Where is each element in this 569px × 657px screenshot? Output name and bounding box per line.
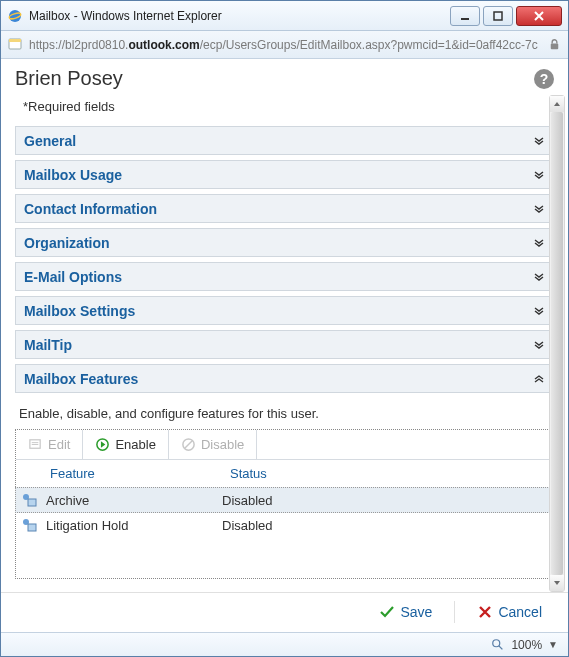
address-bar: https://bl2prd0810.outlook.com/ecp/Users… — [1, 31, 568, 59]
section-email-options[interactable]: E-Mail Options — [15, 262, 554, 291]
row-spacer — [16, 538, 553, 578]
features-table-head: Feature Status — [16, 460, 553, 488]
row-feature: Litigation Hold — [42, 518, 222, 533]
footer-divider — [454, 601, 455, 623]
zoom-dropdown-icon[interactable]: ▼ — [548, 639, 558, 650]
disable-label: Disable — [201, 437, 244, 452]
ie-icon — [7, 8, 23, 24]
scroll-area: *Required fields General Mailbox Usage C… — [1, 95, 568, 592]
table-row[interactable]: Litigation Hold Disabled — [16, 512, 553, 538]
chevron-down-icon — [533, 305, 545, 317]
row-status: Disabled — [222, 518, 549, 533]
section-label: Organization — [24, 235, 533, 251]
section-label: Contact Information — [24, 201, 533, 217]
chevron-down-icon — [533, 203, 545, 215]
page-content: Brien Posey ? *Required fields General M… — [1, 59, 568, 656]
scroll-down-arrow[interactable] — [550, 575, 564, 591]
features-intro: Enable, disable, and configure features … — [15, 404, 554, 429]
section-organization[interactable]: Organization — [15, 228, 554, 257]
enable-button[interactable]: Enable — [83, 430, 168, 459]
svg-line-12 — [185, 441, 193, 449]
section-contact-information[interactable]: Contact Information — [15, 194, 554, 223]
address-text[interactable]: https://bl2prd0810.outlook.com/ecp/Users… — [29, 38, 541, 52]
svg-rect-6 — [551, 44, 559, 50]
chevron-down-icon — [533, 339, 545, 351]
edit-label: Edit — [48, 437, 70, 452]
chevron-down-icon — [533, 271, 545, 283]
features-panel: Edit Enable Disable Feature Sta — [15, 429, 554, 579]
check-icon — [379, 604, 395, 620]
dialog-footer: Save Cancel — [1, 592, 568, 630]
chevron-down-icon — [533, 135, 545, 147]
zoom-level[interactable]: 100% — [511, 638, 542, 652]
window-controls — [447, 6, 562, 26]
section-mailbox-usage[interactable]: Mailbox Usage — [15, 160, 554, 189]
chevron-down-icon — [533, 169, 545, 181]
status-bar: 100% ▼ — [1, 632, 568, 656]
section-label: E-Mail Options — [24, 269, 533, 285]
required-fields-label: *Required fields — [15, 95, 554, 126]
edit-button[interactable]: Edit — [16, 430, 83, 459]
window-titlebar: Mailbox - Windows Internet Explorer — [1, 1, 568, 31]
scroll-up-arrow[interactable] — [550, 96, 564, 112]
enable-label: Enable — [115, 437, 155, 452]
url-host: outlook.com — [128, 38, 199, 52]
url-suffix: /ecp/UsersGroups/EditMailbox.aspx?pwmcid… — [200, 38, 538, 52]
svg-rect-3 — [494, 12, 502, 20]
disable-button[interactable]: Disable — [169, 430, 257, 459]
scroll-thumb[interactable] — [551, 112, 563, 575]
save-button[interactable]: Save — [371, 600, 440, 624]
section-label: Mailbox Settings — [24, 303, 533, 319]
ie-window: Mailbox - Windows Internet Explorer http… — [0, 0, 569, 657]
col-feature[interactable]: Feature — [42, 460, 222, 487]
lock-icon — [547, 37, 562, 52]
svg-rect-5 — [9, 39, 21, 42]
url-prefix: https://bl2prd0810. — [29, 38, 128, 52]
chevron-up-icon — [533, 373, 545, 385]
table-row[interactable]: Archive Disabled — [15, 487, 554, 513]
page-header: Brien Posey ? — [1, 59, 568, 96]
enable-icon — [95, 437, 110, 452]
vertical-scrollbar[interactable] — [549, 95, 565, 592]
cancel-button[interactable]: Cancel — [469, 600, 550, 624]
close-button[interactable] — [516, 6, 562, 26]
save-label: Save — [400, 604, 432, 620]
minimize-button[interactable] — [450, 6, 480, 26]
features-toolbar: Edit Enable Disable — [16, 430, 553, 460]
section-mailbox-features[interactable]: Mailbox Features — [15, 364, 554, 393]
page-icon — [7, 37, 23, 53]
help-icon[interactable]: ? — [534, 69, 554, 89]
x-icon — [477, 604, 493, 620]
mailbox-owner-name: Brien Posey — [15, 67, 534, 90]
chevron-down-icon — [533, 237, 545, 249]
maximize-button[interactable] — [483, 6, 513, 26]
cancel-label: Cancel — [498, 604, 542, 620]
section-label: MailTip — [24, 337, 533, 353]
svg-point-17 — [493, 639, 500, 646]
row-feature: Archive — [42, 493, 222, 508]
window-title: Mailbox - Windows Internet Explorer — [29, 9, 447, 23]
svg-rect-14 — [28, 499, 36, 506]
section-label: Mailbox Features — [24, 371, 533, 387]
section-mailtip[interactable]: MailTip — [15, 330, 554, 359]
section-general[interactable]: General — [15, 126, 554, 155]
mailbox-features-body: Enable, disable, and configure features … — [15, 398, 554, 587]
col-status[interactable]: Status — [222, 460, 553, 487]
feature-icon — [20, 491, 38, 509]
section-mailbox-settings[interactable]: Mailbox Settings — [15, 296, 554, 325]
section-label: Mailbox Usage — [24, 167, 533, 183]
row-status: Disabled — [222, 493, 549, 508]
edit-icon — [28, 437, 43, 452]
svg-line-18 — [499, 645, 503, 649]
disable-icon — [181, 437, 196, 452]
section-label: General — [24, 133, 533, 149]
svg-rect-16 — [28, 524, 36, 531]
feature-icon — [20, 516, 38, 534]
zoom-icon[interactable] — [491, 638, 505, 652]
